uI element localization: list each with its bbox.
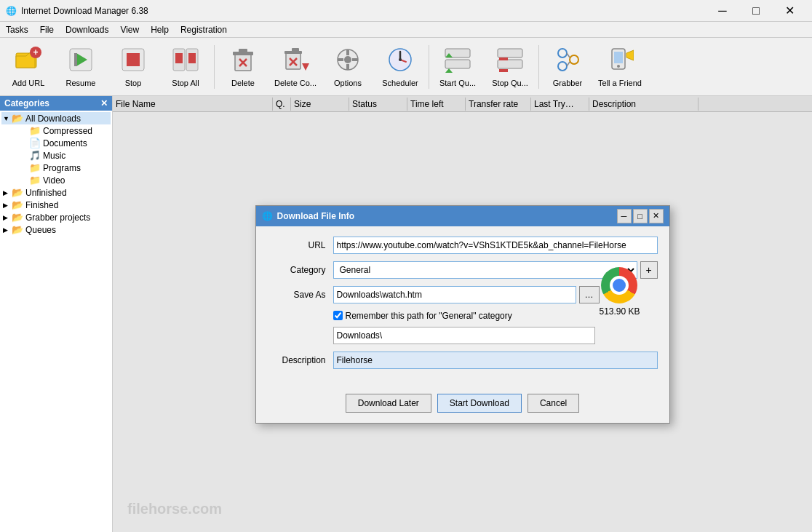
options-icon [334,46,362,77]
dialog-maximize-button[interactable]: □ [633,209,648,223]
remember-path-label: Remember this path for "General" categor… [346,311,512,321]
stop-all-icon [172,46,199,77]
save-as-input[interactable] [333,286,576,303]
svg-marker-50 [626,50,634,60]
sidebar-item-compressed[interactable]: 📁Compressed [1,124,111,137]
svg-rect-29 [352,58,358,61]
close-button[interactable]: ✕ [773,0,806,22]
remember-path-checkbox[interactable] [333,311,343,320]
video-folder-icon: 📁 [29,175,41,186]
sidebar-item-all-downloads[interactable]: ▼📂All Downloads [1,112,111,124]
finished-folder-icon: 📂 [12,199,23,210]
maximize-button[interactable]: □ [739,0,773,22]
toolbar-separator-4 [214,45,215,89]
svg-point-33 [399,58,402,61]
file-info-side: 513.90 KB [599,267,640,317]
category-select[interactable]: GeneralCompressedDocumentsMusicProgramsV… [333,261,637,279]
queues-label: Queues [25,225,56,235]
modal-overlay: 🌐 Download File Info ─ □ ✕ URL [113,96,812,532]
menu-item-registration[interactable]: Registration [175,22,233,37]
svg-text:+: + [33,47,38,57]
sidebar-item-grabber-projects[interactable]: ▶📂Grabber projects [1,211,111,223]
programs-label: Programs [43,163,81,173]
sidebar-item-documents[interactable]: 📄Documents [1,137,111,149]
delete-label: Delete [231,79,255,87]
toolbar-button-scheduler[interactable]: Scheduler [375,40,426,94]
music-folder-icon: 🎵 [29,150,41,161]
toolbar-button-tell-friend[interactable]: Tell a Friend [594,40,645,94]
sidebar-item-queues[interactable]: ▶📂Queues [1,223,111,236]
programs-folder-icon: 📁 [29,162,41,173]
sidebar-item-programs[interactable]: 📁Programs [1,162,111,174]
minimize-button[interactable]: ─ [706,0,739,22]
toolbar-button-stop[interactable]: Stop [108,40,159,94]
dialog-close-button[interactable]: ✕ [649,209,664,223]
svg-rect-26 [346,49,349,55]
unfinished-arrow-icon: ▶ [3,189,12,196]
path-input[interactable] [333,327,595,344]
delete-icon [229,46,257,77]
svg-rect-41 [499,57,508,60]
menu-item-downloads[interactable]: Downloads [60,22,114,37]
scheduler-label: Scheduler [382,79,418,87]
toolbar-button-resume[interactable]: Resume [55,40,106,94]
dialog-controls: ─ □ ✕ [617,209,664,223]
start-download-button[interactable]: Start Download [437,394,522,413]
video-label: Video [43,175,65,186]
main-area: Categories ✕ ▼📂All Downloads📁Compressed📄… [0,96,812,532]
sidebar: Categories ✕ ▼📂All Downloads📁Compressed📄… [0,96,113,532]
title-bar: 🌐 Internet Download Manager 6.38 ─ □ ✕ [0,0,812,22]
dialog-minimize-button[interactable]: ─ [617,209,632,223]
download-later-button[interactable]: Download Later [346,394,431,413]
toolbar-button-options[interactable]: Options [322,40,373,94]
svg-rect-38 [498,49,522,57]
download-dialog: 🌐 Download File Info ─ □ ✕ URL [255,205,670,424]
add-category-button[interactable]: + [640,261,658,279]
sidebar-item-music[interactable]: 🎵Music [1,149,111,162]
toolbar-button-add-url[interactable]: + Add URL [3,40,54,94]
sidebar-close-icon[interactable]: ✕ [100,98,108,108]
chrome-icon [601,267,637,303]
dialog-footer: Download Later Start Download Cancel [256,386,669,423]
menu-item-tasks[interactable]: Tasks [0,22,34,37]
path-row [268,327,658,344]
options-label: Options [334,79,362,87]
resume-icon [67,46,95,77]
sidebar-item-video[interactable]: 📁Video [1,174,111,186]
svg-point-49 [617,65,620,68]
menu-item-file[interactable]: File [34,22,60,37]
file-size: 513.90 KB [599,306,640,317]
sidebar-header: Categories ✕ [0,96,112,111]
sidebar-item-finished[interactable]: ▶📂Finished [1,199,111,211]
menu-item-view[interactable]: View [114,22,145,37]
svg-rect-22 [292,48,299,52]
toolbar-button-stop-all[interactable]: Stop All [160,40,211,94]
scheduler-icon [386,46,414,77]
toolbar-button-grabber[interactable]: Grabber [542,40,593,94]
svg-rect-6 [74,53,77,66]
app-title: Internet Download Manager 6.38 [21,6,148,16]
unfinished-folder-icon: 📂 [12,187,23,198]
url-input[interactable] [333,237,658,254]
unfinished-label: Unfinished [25,188,67,198]
sidebar-item-unfinished[interactable]: ▶📂Unfinished [1,186,111,199]
toolbar-button-delete[interactable]: Delete [218,40,268,94]
grabber-projects-label: Grabber projects [25,213,90,223]
toolbar-button-start-qu[interactable]: Start Qu... [432,40,483,94]
add-url-label: Add URL [12,79,45,87]
dialog-title-left: 🌐 Download File Info [262,211,355,221]
menu-item-help[interactable]: Help [145,22,175,37]
grabber-projects-folder-icon: 📂 [12,212,23,223]
toolbar-button-stop-qu[interactable]: Stop Qu... [485,40,536,94]
app-icon: 🌐 [6,6,17,16]
compressed-folder-icon: 📁 [29,125,41,136]
delete-co-label: Delete Co... [274,79,317,87]
category-label: Category [268,265,326,275]
browse-button[interactable]: … [579,286,600,303]
svg-rect-39 [498,60,522,68]
toolbar-button-delete-co[interactable]: Delete Co... [270,40,321,94]
description-input[interactable] [333,352,658,369]
cancel-button[interactable]: Cancel [528,394,579,413]
categories-label: Categories [4,98,49,108]
svg-rect-35 [445,60,470,68]
